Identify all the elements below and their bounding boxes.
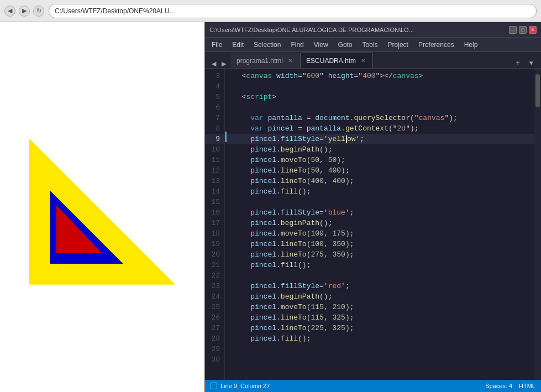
line-num-26: 26 <box>205 312 224 323</box>
menu-preferences[interactable]: Preferences <box>414 40 459 50</box>
code-line-17: pincel.beginPath(); <box>227 218 534 228</box>
forward-button[interactable]: ▶ <box>19 6 30 17</box>
code-line-14: pincel.fill(); <box>227 186 534 197</box>
line-num-18: 18 <box>205 228 224 239</box>
tab-next-button[interactable]: ▶ <box>219 59 228 68</box>
maximize-button[interactable]: □ <box>519 26 527 34</box>
line-num-10: 10 <box>205 144 224 155</box>
line-num-22: 22 <box>205 270 224 281</box>
editor-scrollbar[interactable] <box>534 69 541 380</box>
code-line-25: pincel.moveTo(115, 210); <box>227 302 534 312</box>
menu-file[interactable]: File <box>207 40 227 50</box>
canvas-svg <box>8 105 196 310</box>
code-line-9: pincel.fillStyle='yellow'; <box>227 134 534 144</box>
line-num-24: 24 <box>205 291 224 302</box>
code-line-16: pincel.fillStyle='blue'; <box>227 207 534 218</box>
menu-goto[interactable]: Goto <box>334 40 357 50</box>
code-line-29 <box>227 344 534 354</box>
tab-escuadra-label: ESCUADRA.htm <box>306 57 356 65</box>
line-num-28: 28 <box>205 333 224 344</box>
menu-view[interactable]: View <box>309 40 333 50</box>
status-position: Line 9, Column 27 <box>220 383 270 389</box>
line-num-14: 14 <box>205 186 224 197</box>
code-line-12: pincel.lineTo(50, 400); <box>227 165 534 176</box>
line-num-21: 21 <box>205 260 224 270</box>
tab-programa1-close[interactable]: ✕ <box>286 57 294 65</box>
window-controls: – □ ✕ <box>509 26 537 34</box>
titlebar-left: C:\Users\WTFZ\Desktop\ONE ALURA\LOGICA D… <box>209 27 414 33</box>
minimize-button[interactable]: – <box>509 26 517 34</box>
menu-selection[interactable]: Selection <box>249 40 285 50</box>
refresh-button[interactable]: ↻ <box>33 6 44 17</box>
status-left: Line 9, Column 27 <box>211 383 270 389</box>
status-spaces: Spaces: 4 <box>485 383 512 389</box>
menu-tools[interactable]: Tools <box>358 40 382 50</box>
line-num-6: 6 <box>205 102 224 113</box>
line-num-3: 3 <box>205 71 224 81</box>
code-line-24: pincel.beginPath(); <box>227 291 534 302</box>
code-line-7: var pantalla = document.querySelector("c… <box>227 113 534 123</box>
address-bar[interactable]: C:/Users/WTFZ/Desktop/ONE%20ALU... <box>49 4 537 18</box>
code-line-15 <box>227 197 534 207</box>
code-line-21: pincel.fill(); <box>227 260 534 270</box>
line-num-20: 20 <box>205 249 224 260</box>
line-num-12: 12 <box>205 165 224 176</box>
line-num-19: 19 <box>205 239 224 249</box>
scrollbar-thumb[interactable] <box>535 74 540 107</box>
menu-find[interactable]: Find <box>286 40 308 50</box>
code-line-3: <canvas width="600" height="400"></canva… <box>227 71 534 81</box>
line-numbers: 3 4 5 6 7 8 9 10 11 12 13 14 15 16 17 18… <box>205 69 225 380</box>
code-line-11: pincel.moveTo(50, 50); <box>227 155 534 165</box>
code-line-22 <box>227 270 534 281</box>
code-line-28: pincel.fill(); <box>227 333 534 344</box>
line-num-9: 9 <box>205 134 224 144</box>
code-line-30 <box>227 354 534 365</box>
code-area[interactable]: <canvas width="600" height="400"></canva… <box>227 69 534 380</box>
editor-window: C:\Users\WTFZ\Desktop\ONE ALURA\LOGICA D… <box>204 22 541 392</box>
new-tab-button[interactable]: + <box>512 57 523 68</box>
line-num-8: 8 <box>205 123 224 134</box>
tab-programa1[interactable]: programa1.html ✕ <box>230 53 300 68</box>
tab-list-button[interactable]: ▾ <box>526 57 537 68</box>
close-button[interactable]: ✕ <box>529 26 537 34</box>
status-indicator <box>211 383 217 389</box>
code-line-26: pincel.lineTo(115, 325); <box>227 312 534 323</box>
canvas-preview <box>0 22 204 392</box>
status-language: HTML <box>519 383 535 389</box>
menu-project[interactable]: Project <box>384 40 413 50</box>
tab-escuadra[interactable]: ESCUADRA.htm ✕ <box>300 53 373 68</box>
editor-menubar: File Edit Selection Find View Goto Tools… <box>205 38 541 52</box>
code-line-18: pincel.moveTo(100, 175); <box>227 228 534 239</box>
line-num-13: 13 <box>205 176 224 186</box>
line-num-30: 30 <box>205 354 224 365</box>
code-line-20: pincel.lineTo(275, 350); <box>227 249 534 260</box>
editor-title: C:\Users\WTFZ\Desktop\ONE ALURA\LOGICA D… <box>209 27 414 33</box>
menu-help[interactable]: Help <box>460 40 482 50</box>
editor-tabs: ◀ ▶ programa1.html ✕ ESCUADRA.htm ✕ + ▾ <box>205 52 541 69</box>
tab-escuadra-close[interactable]: ✕ <box>359 57 367 65</box>
code-line-27: pincel.lineTo(225, 325); <box>227 323 534 333</box>
tab-programa1-label: programa1.html <box>237 57 283 65</box>
browser-chrome: ◀ ▶ ↻ C:/Users/WTFZ/Desktop/ONE%20ALU... <box>0 0 541 22</box>
line-num-17: 17 <box>205 218 224 228</box>
line-num-4: 4 <box>205 81 224 92</box>
code-line-13: pincel.lineTo(400, 400); <box>227 176 534 186</box>
back-button[interactable]: ◀ <box>4 6 15 17</box>
tab-prev-button[interactable]: ◀ <box>209 59 218 68</box>
tab-actions: + ▾ <box>512 57 539 68</box>
line-num-27: 27 <box>205 323 224 333</box>
line-num-25: 25 <box>205 302 224 312</box>
code-line-10: pincel.beginPath(); <box>227 144 534 155</box>
line-num-7: 7 <box>205 113 224 123</box>
code-line-4 <box>227 81 534 92</box>
main-content: C:\Users\WTFZ\Desktop\ONE ALURA\LOGICA D… <box>0 22 541 392</box>
editor-body: 3 4 5 6 7 8 9 10 11 12 13 14 15 16 17 18… <box>205 69 541 380</box>
line-num-11: 11 <box>205 155 224 165</box>
menu-edit[interactable]: Edit <box>228 40 248 50</box>
code-line-19: pincel.lineTo(100, 350); <box>227 239 534 249</box>
browser-nav-icons: ◀ ▶ ↻ <box>4 6 44 17</box>
editor-titlebar: C:\Users\WTFZ\Desktop\ONE ALURA\LOGICA D… <box>205 22 541 38</box>
code-line-6 <box>227 102 534 113</box>
line-num-5: 5 <box>205 92 224 102</box>
line-num-29: 29 <box>205 344 224 354</box>
